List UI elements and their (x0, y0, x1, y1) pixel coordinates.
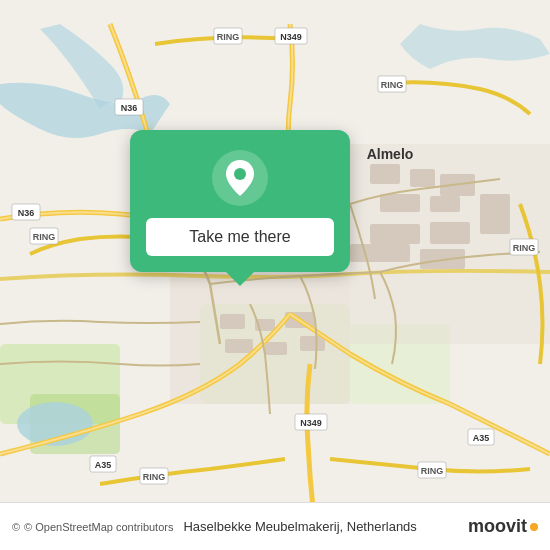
moovit-text: moovit (468, 516, 527, 537)
svg-rect-11 (380, 194, 420, 212)
moovit-logo: moovit (468, 516, 538, 537)
popup-card: Take me there (130, 130, 350, 272)
map-container: N36 N36 N349 N349 RING RING RING RING RI… (0, 0, 550, 550)
svg-text:Almelo: Almelo (367, 146, 414, 162)
svg-text:N36: N36 (121, 103, 138, 113)
svg-rect-9 (410, 169, 435, 187)
svg-text:RING: RING (143, 472, 166, 482)
svg-rect-15 (480, 194, 510, 234)
svg-text:RING: RING (421, 466, 444, 476)
svg-text:N349: N349 (280, 32, 302, 42)
attribution-section: © © OpenStreetMap contributors Haselbekk… (12, 519, 417, 534)
bottom-bar: © © OpenStreetMap contributors Haselbekk… (0, 502, 550, 550)
svg-text:A35: A35 (473, 433, 490, 443)
svg-rect-23 (300, 336, 325, 351)
attribution-text: © OpenStreetMap contributors (24, 521, 173, 533)
svg-rect-21 (225, 339, 253, 353)
location-pin-icon (212, 150, 268, 206)
svg-rect-18 (220, 314, 245, 329)
svg-point-50 (234, 168, 246, 180)
moovit-dot-icon (530, 523, 538, 531)
svg-rect-8 (370, 164, 400, 184)
svg-text:RING: RING (381, 80, 404, 90)
svg-text:RING: RING (33, 232, 56, 242)
svg-rect-14 (430, 222, 470, 244)
copyright-symbol: © (12, 521, 20, 533)
svg-text:A35: A35 (95, 460, 112, 470)
svg-text:RING: RING (217, 32, 240, 42)
svg-rect-12 (430, 196, 460, 212)
svg-rect-13 (370, 224, 420, 244)
map-svg: N36 N36 N349 N349 RING RING RING RING RI… (0, 0, 550, 550)
svg-rect-22 (265, 342, 287, 355)
svg-rect-16 (350, 244, 410, 262)
svg-text:N36: N36 (18, 208, 35, 218)
svg-text:RING: RING (513, 243, 536, 253)
svg-text:N349: N349 (300, 418, 322, 428)
location-title: Haselbekke Meubelmakerij, Netherlands (183, 519, 416, 534)
take-me-there-button[interactable]: Take me there (146, 218, 334, 256)
